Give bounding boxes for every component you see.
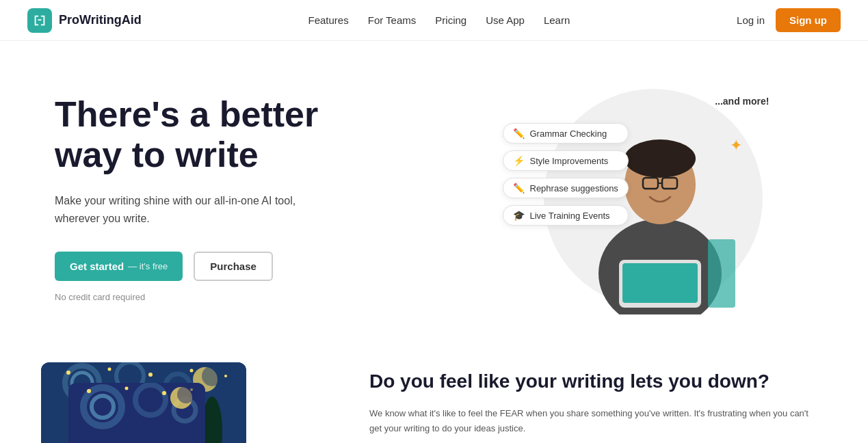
hero-illustration: ✏️ Grammar Checking ⚡ Style Improvements… bbox=[503, 82, 776, 314]
hero-title-line2: way to write bbox=[55, 135, 259, 174]
training-icon: 🎓 bbox=[513, 210, 525, 221]
hero-left: There's a better way to write Make your … bbox=[55, 94, 438, 303]
get-started-label: Get started bbox=[70, 260, 124, 272]
logo-svg bbox=[32, 13, 47, 28]
free-text: — it's free bbox=[128, 261, 168, 271]
purchase-button[interactable]: Purchase bbox=[194, 252, 273, 281]
pill-rephrase: ✏️ Rephrase suggestions bbox=[503, 178, 629, 198]
nav-for-teams[interactable]: For Teams bbox=[368, 14, 417, 26]
pill-rephrase-label: Rephrase suggestions bbox=[530, 183, 618, 193]
pill-style-label: Style Improvements bbox=[530, 156, 609, 166]
pill-style: ⚡ Style Improvements bbox=[503, 150, 629, 171]
login-button[interactable]: Log in bbox=[737, 14, 765, 26]
svg-rect-0 bbox=[38, 19, 42, 21]
brand-name: ProWritingAid bbox=[59, 13, 142, 27]
second-section-body: We know what it's like to feel the FEAR … bbox=[369, 406, 813, 436]
svg-point-17 bbox=[148, 373, 153, 377]
logo-icon bbox=[27, 8, 52, 33]
navbar: ProWritingAid Features For Teams Pricing… bbox=[0, 0, 868, 41]
second-left-panel: My idea in my head bbox=[27, 355, 328, 443]
nav-use-app[interactable]: Use App bbox=[486, 14, 525, 26]
grammar-icon: ✏️ bbox=[513, 128, 525, 139]
svg-point-32 bbox=[125, 387, 129, 390]
svg-point-16 bbox=[108, 368, 111, 371]
card-front: My idea in my head bbox=[68, 383, 205, 443]
star-decoration: ✦ bbox=[730, 137, 742, 155]
nav-learn[interactable]: Learn bbox=[544, 14, 570, 26]
hero-buttons: Get started — it's free Purchase bbox=[55, 252, 438, 281]
svg-point-31 bbox=[87, 389, 91, 393]
svg-point-3 bbox=[624, 139, 696, 178]
no-credit-text: No credit card required bbox=[55, 292, 438, 302]
hero-title: There's a better way to write bbox=[55, 94, 438, 176]
svg-point-18 bbox=[190, 369, 194, 373]
nav-links: Features For Teams Pricing Use App Learn bbox=[308, 14, 570, 27]
pill-grammar: ✏️ Grammar Checking bbox=[503, 123, 629, 144]
style-icon: ⚡ bbox=[513, 155, 525, 166]
rephrase-icon: ✏️ bbox=[513, 183, 525, 193]
pill-training-label: Live Training Events bbox=[530, 211, 610, 221]
hero-title-line1: There's a better bbox=[55, 94, 318, 134]
and-more-text: ...and more! bbox=[715, 96, 769, 107]
pill-grammar-label: Grammar Checking bbox=[530, 129, 607, 139]
art-cards: My idea in my head bbox=[27, 362, 260, 443]
second-right-panel: Do you feel like your writing lets you d… bbox=[369, 355, 813, 437]
pill-training: 🎓 Live Training Events bbox=[503, 205, 629, 226]
feature-pills: ✏️ Grammar Checking ⚡ Style Improvements… bbox=[503, 123, 629, 226]
hero-section: There's a better way to write Make your … bbox=[0, 41, 868, 342]
nav-pricing[interactable]: Pricing bbox=[435, 14, 466, 26]
svg-point-15 bbox=[66, 371, 70, 375]
svg-point-33 bbox=[162, 391, 166, 395]
signup-button[interactable]: Sign up bbox=[776, 8, 841, 32]
hero-right: ✏️ Grammar Checking ⚡ Style Improvements… bbox=[438, 75, 841, 321]
svg-point-36 bbox=[177, 386, 195, 403]
hero-subtitle: Make your writing shine with our all-in-… bbox=[55, 192, 328, 227]
get-started-button[interactable]: Get started — it's free bbox=[55, 252, 183, 281]
svg-point-25 bbox=[202, 366, 222, 386]
second-section: My idea in my head Do you feel like your… bbox=[0, 342, 868, 443]
nav-features[interactable]: Features bbox=[308, 14, 349, 26]
svg-rect-8 bbox=[622, 263, 698, 303]
starry-night-svg-front bbox=[68, 383, 205, 443]
second-section-title: Do you feel like your writing lets you d… bbox=[369, 369, 813, 394]
logo-link[interactable]: ProWritingAid bbox=[27, 8, 142, 33]
navbar-actions: Log in Sign up bbox=[737, 8, 841, 32]
svg-point-19 bbox=[224, 375, 227, 377]
svg-rect-9 bbox=[708, 239, 735, 308]
